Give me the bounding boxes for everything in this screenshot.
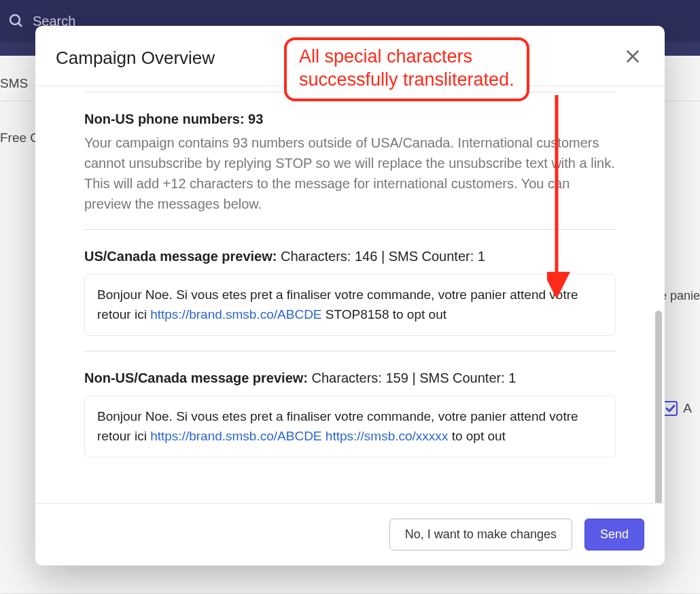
- annotation-callout: All special characters successfully tran…: [284, 37, 529, 101]
- close-button[interactable]: [621, 45, 644, 71]
- non-us-info-section: Non-US phone numbers: 93 Your campaign c…: [84, 92, 616, 229]
- non-us-preview-section: Non-US/Canada message preview: Character…: [84, 351, 616, 472]
- modal-title: Campaign Overview: [56, 48, 215, 69]
- non-us-preview-link-2[interactable]: https://smsb.co/xxxxx: [326, 429, 449, 443]
- scrollbar-thumb[interactable]: [655, 311, 662, 503]
- annotation-text-line1: All special characters: [299, 46, 514, 69]
- close-icon: [624, 48, 642, 65]
- send-button[interactable]: Send: [584, 519, 644, 551]
- annotation-arrow: [547, 95, 574, 299]
- cancel-button[interactable]: No, I want to make changes: [389, 519, 572, 551]
- us-preview-link[interactable]: https://brand.smsb.co/ABCDE: [150, 307, 321, 321]
- us-preview-section: US/Canada message preview: Characters: 1…: [84, 230, 616, 351]
- annotation-text-line2: successfully transliterated.: [299, 69, 514, 92]
- non-us-preview-box: Bonjour Noe. Si vous etes pret a finalis…: [84, 396, 616, 457]
- non-us-preview-tail: to opt out: [448, 429, 506, 443]
- non-us-preview-link-1[interactable]: https://brand.smsb.co/ABCDE: [150, 429, 321, 443]
- us-preview-heading: US/Canada message preview: Characters: 1…: [84, 249, 616, 264]
- modal-footer: No, I want to make changes Send: [35, 503, 665, 565]
- non-us-heading: Non-US phone numbers: 93: [84, 111, 616, 127]
- us-preview-box: Bonjour Noe. Si vous etes pret a finalis…: [84, 274, 616, 336]
- us-preview-tail: STOP8158 to opt out: [322, 307, 447, 321]
- non-us-preview-heading: Non-US/Canada message preview: Character…: [84, 370, 616, 386]
- non-us-description: Your campaign contains 93 numbers outsid…: [84, 133, 616, 214]
